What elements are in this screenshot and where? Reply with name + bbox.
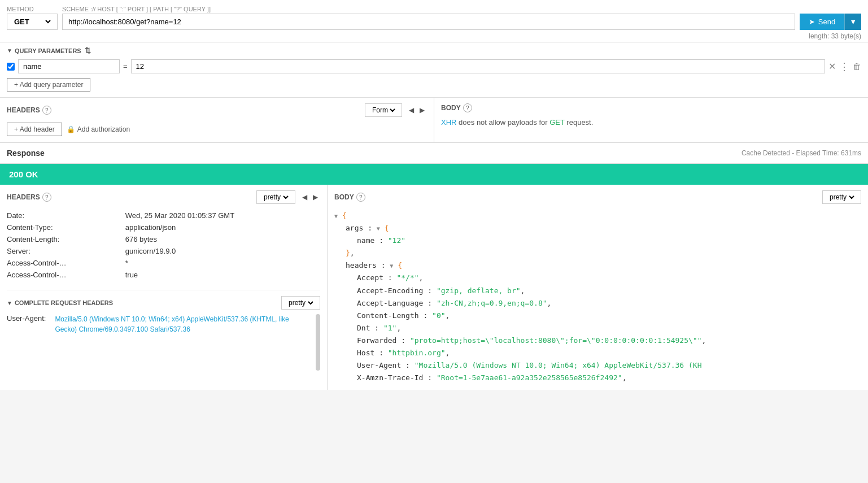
param-row: = ✕ ⋮ 🗑 (7, 59, 861, 73)
query-params-title[interactable]: ▼ QUERY PARAMETERS ⇅ (7, 46, 861, 55)
method-select-box[interactable]: GET POST PUT DELETE PATCH (7, 14, 58, 30)
param-checkbox[interactable] (7, 63, 15, 71)
json-line: args : ▼ { (346, 222, 861, 234)
resp-body-header: BODY ? pretty raw (334, 190, 861, 204)
body-message-text: does not allow payloads for (459, 118, 549, 127)
xhr-link[interactable]: XHR (441, 118, 456, 127)
method-select[interactable]: GET POST PUT DELETE PATCH (12, 17, 53, 27)
scroll-thumb[interactable] (316, 314, 320, 371)
send-dropdown-btn[interactable]: ▼ (844, 14, 861, 30)
headers-title-group: HEADERS ? (7, 106, 360, 115)
headers-help-icon[interactable]: ? (42, 106, 51, 115)
user-agent-val-wrapper: Mozilla/5.0 (Windows NT 10.0; Win64; x64… (55, 314, 311, 334)
headers-body-row: HEADERS ? Form Raw ◀ ▶ + Add header 🔒 (0, 97, 868, 142)
headers-title: HEADERS (7, 106, 40, 114)
query-params-label: QUERY PARAMETERS (15, 47, 81, 54)
status-code: 200 (9, 169, 23, 179)
table-row: Date: Wed, 25 Mar 2020 01:05:37 GMT (7, 210, 320, 221)
json-line: ▼ { (334, 210, 861, 222)
headers-section: HEADERS ? Form Raw ◀ ▶ + Add header 🔒 (0, 98, 434, 142)
complete-req-title[interactable]: ▼ COMPLETE REQUEST HEADERS (7, 299, 113, 306)
body-section: BODY ? XHR does not allow payloads for G… (434, 98, 868, 142)
resp-headers-col: HEADERS ? pretty raw ◀ ▶ (0, 185, 328, 390)
header-key: Content-Length: (7, 233, 125, 245)
user-agent-key: User-Agent: (7, 314, 50, 323)
complete-pretty-select-wrapper[interactable]: pretty raw (281, 296, 320, 310)
header-val: true (125, 269, 320, 281)
json-line: User-Agent : "Mozilla/5.0 (Windows NT 10… (357, 359, 861, 372)
param-key-input[interactable] (18, 59, 120, 73)
resp-pretty-select[interactable]: pretty raw (261, 193, 290, 202)
form-select-wrapper[interactable]: Form Raw (365, 103, 402, 117)
get-link[interactable]: GET (549, 118, 565, 127)
param-equals: = (123, 62, 128, 71)
chevron-down-icon: ▼ (7, 300, 12, 306)
resp-nav-left-btn[interactable]: ◀ (300, 192, 309, 202)
json-line: name : "12" (357, 234, 861, 247)
header-val: Wed, 25 Mar 2020 01:05:37 GMT (125, 210, 320, 221)
json-collapse-args[interactable]: ▼ (377, 225, 380, 232)
body-help-icon[interactable]: ? (463, 103, 472, 112)
request-section: METHOD GET POST PUT DELETE PATCH SCHEME … (0, 0, 868, 143)
url-input[interactable] (62, 14, 795, 30)
json-line: Accept-Language : "zh-CN,zh;q=0.9,en;q=0… (357, 297, 861, 310)
response-section: Response Cache Detected - Elapsed Time: … (0, 143, 868, 390)
add-query-param-btn[interactable]: + Add query parameter (7, 78, 90, 92)
response-headers-table: Date: Wed, 25 Mar 2020 01:05:37 GMT Cont… (7, 210, 320, 281)
status-bar: 200 OK (0, 164, 868, 185)
add-header-btn[interactable]: + Add header (7, 123, 62, 136)
param-value-input[interactable] (131, 59, 825, 73)
header-val: application/json (125, 221, 320, 233)
length-info: length: 33 byte(s) (0, 32, 868, 42)
body-pretty-select-wrapper[interactable]: pretty raw (822, 190, 861, 204)
nav-arrows: ◀ ▶ (407, 105, 427, 115)
json-collapse-headers[interactable]: ▼ (390, 263, 393, 269)
header-key: Content-Type: (7, 221, 125, 233)
nav-left-btn[interactable]: ◀ (407, 105, 416, 115)
body-message-suffix: request. (566, 118, 593, 127)
table-row: Access-Control-… * (7, 257, 320, 269)
body-pretty-select[interactable]: pretty raw (827, 193, 856, 202)
method-label: METHOD (7, 6, 58, 12)
header-val: 676 bytes (125, 233, 320, 245)
json-line: }, (346, 247, 861, 259)
complete-pretty-select[interactable]: pretty raw (286, 298, 315, 307)
json-collapse-root[interactable]: ▼ (334, 213, 338, 219)
url-wrapper: SCHEME :// HOST [ ":" PORT ] [ PATH [ "?… (62, 6, 795, 30)
json-line: Accept-Encoding : "gzip, deflate, br", (357, 285, 861, 297)
resp-body-title: BODY (334, 193, 354, 201)
json-line: headers : ▼ { (346, 259, 861, 272)
chevron-down-icon: ▼ (849, 18, 857, 26)
send-label: Send (818, 18, 835, 26)
json-line: Content-Length : "0", (357, 310, 861, 322)
json-line: Dnt : "1", (357, 322, 861, 334)
send-button[interactable]: ➤ Send (800, 14, 844, 30)
param-more-btn[interactable]: ⋮ (839, 60, 849, 73)
method-url-row: METHOD GET POST PUT DELETE PATCH SCHEME … (0, 0, 868, 32)
resp-headers-help-icon[interactable]: ? (42, 193, 51, 202)
resp-nav-right-btn[interactable]: ▶ (311, 192, 320, 202)
sort-icon: ⇅ (85, 46, 91, 55)
headers-section-header: HEADERS ? Form Raw ◀ ▶ (7, 103, 427, 117)
response-title: Response (7, 149, 45, 158)
header-val: gunicorn/19.9.0 (125, 245, 320, 257)
param-remove-btn[interactable]: ✕ (828, 61, 836, 72)
resp-body-help-icon[interactable]: ? (356, 193, 365, 202)
chevron-down-icon: ▼ (7, 47, 12, 54)
nav-right-btn[interactable]: ▶ (417, 105, 427, 115)
add-param-label: + Add query parameter (14, 81, 83, 89)
table-row: Server: gunicorn/19.9.0 (7, 245, 320, 257)
form-select[interactable]: Form Raw (370, 106, 397, 115)
resp-pretty-select-wrapper[interactable]: pretty raw (256, 190, 295, 204)
header-key: Server: (7, 245, 125, 257)
json-viewer: ▼ { args : ▼ { name : "12" }, (334, 210, 861, 384)
complete-req-title-row: ▼ COMPLETE REQUEST HEADERS pretty raw (7, 296, 320, 310)
trash-btn[interactable]: 🗑 (853, 62, 861, 71)
resp-body-title-group: BODY ? (334, 193, 365, 202)
resp-headers-title-group: HEADERS ? (7, 193, 252, 202)
header-key: Access-Control-… (7, 257, 125, 269)
resp-body-col: BODY ? pretty raw ▼ { args (328, 185, 868, 390)
table-row: Content-Type: application/json (7, 221, 320, 233)
send-btn-group: ➤ Send ▼ (800, 14, 861, 30)
add-authorization-btn[interactable]: 🔒 Add authorization (67, 125, 130, 133)
